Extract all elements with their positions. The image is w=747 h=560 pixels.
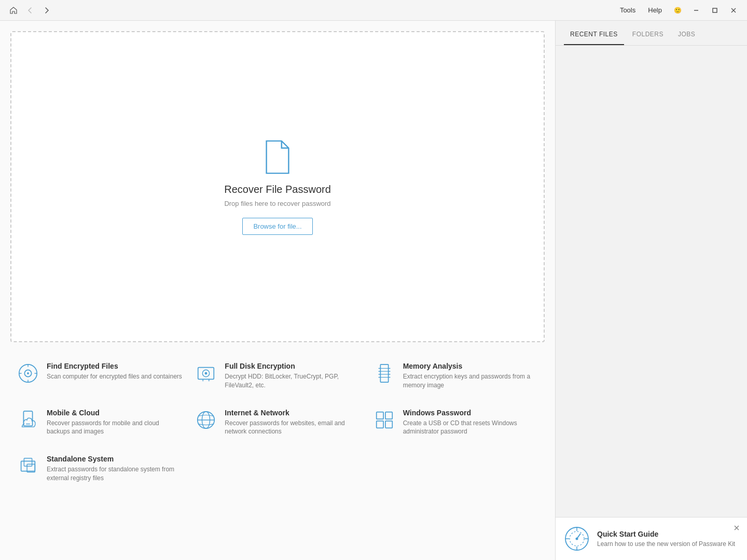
minimize-icon [693,7,699,13]
browse-button[interactable]: Browse for file... [242,218,312,235]
memory-title: Memory Analysis [403,362,538,370]
left-panel: Recover File Password Drop files here to… [0,21,555,560]
windows-text: Windows Password Create a USB or CD that… [403,409,538,437]
find-encrypted-title: Find Encrypted Files [47,362,182,370]
svg-rect-1 [713,8,717,12]
tab-jobs[interactable]: JOBS [672,24,701,45]
find-encrypted-text: Find Encrypted Files Scan computer for e… [47,362,182,381]
standalone-icon [17,455,39,478]
quickstart-title: Quick Start Guide [597,530,735,538]
quickstart-text: Quick Start Guide Learn how to use the n… [597,530,735,548]
standalone-desc: Extract passwords for standalone system … [47,465,182,483]
maximize-button[interactable] [708,3,722,18]
close-button[interactable] [726,3,741,18]
title-bar-left [6,3,54,18]
feature-find-encrypted[interactable]: Find Encrypted Files Scan computer for e… [10,353,188,399]
internet-desc: Recover passwords for websites, email an… [225,419,360,437]
internet-title: Internet & Network [225,409,360,417]
feature-internet[interactable]: Internet & Network Recover passwords for… [188,399,366,446]
full-disk-text: Full Disk Encryption Decrypt HDD: BitLoc… [225,362,360,390]
forward-button[interactable] [39,3,54,18]
quick-start-guide: Quick Start Guide Learn how to use the n… [556,517,747,560]
emoji-button[interactable]: 🙂 [670,3,685,18]
tab-recent-files[interactable]: RECENT FILES [564,24,624,45]
dropzone-title: Recover File Password [224,184,331,195]
close-icon [730,7,737,13]
quickstart-icon [564,526,590,552]
tab-folders[interactable]: FOLDERS [626,24,670,45]
mobile-title: Mobile & Cloud [47,409,182,417]
internet-text: Internet & Network Recover passwords for… [225,409,360,437]
windows-title: Windows Password [403,409,538,417]
full-disk-title: Full Disk Encryption [225,362,360,370]
forward-icon [43,7,50,14]
drop-zone[interactable]: Recover File Password Drop files here to… [10,31,545,342]
svg-point-48 [576,538,578,540]
feature-full-disk[interactable]: Full Disk Encryption Decrypt HDD: BitLoc… [188,353,366,399]
home-icon [9,6,18,15]
mobile-desc: Recover passwords for mobile and cloud b… [47,419,182,437]
tabs: RECENT FILES FOLDERS JOBS [556,21,747,46]
full-disk-desc: Decrypt HDD: BitLocker, TrueCrypt, PGP, … [225,372,360,390]
tools-menu[interactable]: Tools [616,4,640,16]
svg-point-13 [205,372,208,375]
find-encrypted-desc: Scan computer for encrypted files and co… [47,372,182,381]
minimize-button[interactable] [689,3,703,18]
feature-mobile[interactable]: Mobile & Cloud Recover passwords for mob… [10,399,188,446]
find-encrypted-icon [17,362,39,385]
standalone-title: Standalone System [47,455,182,463]
help-menu[interactable]: Help [644,4,666,16]
home-button[interactable] [6,3,21,18]
internet-icon [195,409,217,431]
nav-buttons [6,3,54,18]
feature-memory[interactable]: Memory Analysis Extract encryption keys … [367,353,545,399]
standalone-text: Standalone System Extract passwords for … [47,455,182,483]
feature-standalone[interactable]: Standalone System Extract passwords for … [10,445,188,492]
memory-text: Memory Analysis Extract encryption keys … [403,362,538,390]
features-grid: Find Encrypted Files Scan computer for e… [0,353,555,502]
file-icon [262,139,293,175]
svg-rect-36 [376,421,383,428]
svg-rect-16 [380,365,388,382]
main-layout: Recover File Password Drop files here to… [0,21,747,560]
quickstart-close-icon [734,525,740,531]
svg-rect-35 [385,412,392,418]
svg-rect-37 [385,421,392,428]
dropzone-subtitle: Drop files here to recover password [224,200,330,207]
full-disk-icon [195,362,217,385]
svg-point-6 [27,372,29,374]
back-icon [26,7,34,14]
svg-rect-39 [24,458,32,466]
right-panel: RECENT FILES FOLDERS JOBS [555,21,747,560]
mobile-text: Mobile & Cloud Recover passwords for mob… [47,409,182,437]
maximize-icon [712,7,718,13]
title-bar-right: Tools Help 🙂 [616,3,741,18]
quickstart-close-button[interactable] [731,523,742,533]
tab-content-recent-files [556,46,747,517]
feature-windows[interactable]: Windows Password Create a USB or CD that… [367,399,545,446]
quickstart-desc: Learn how to use the new version of Pass… [597,540,735,548]
title-bar: Tools Help 🙂 [0,0,747,21]
windows-desc: Create a USB or CD that resets Windows a… [403,419,538,437]
memory-desc: Extract encryption keys and passwords fr… [403,372,538,390]
svg-rect-34 [376,412,383,418]
memory-icon [373,362,396,385]
windows-icon [373,409,396,431]
mobile-icon [17,409,39,431]
back-button[interactable] [23,3,37,18]
